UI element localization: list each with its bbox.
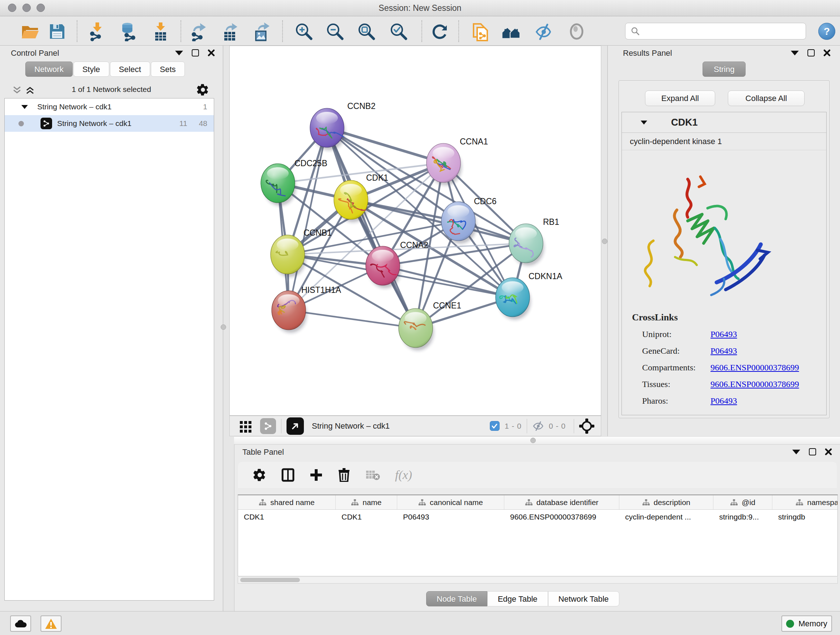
- crosslink-link[interactable]: P06493: [711, 329, 737, 339]
- column-header--id[interactable]: @id: [714, 495, 772, 509]
- network-node-CDC6[interactable]: CDC6: [441, 196, 497, 244]
- column-header-database-identifier[interactable]: database identifier: [504, 495, 619, 509]
- splitter-handle[interactable]: [221, 325, 226, 330]
- table-cell[interactable]: P06493: [397, 513, 504, 521]
- network-node-HIST1H1A[interactable]: HIST1H1A: [272, 285, 341, 333]
- save-session-button[interactable]: [47, 21, 67, 42]
- close-panel-icon[interactable]: [825, 448, 832, 455]
- hidden-eye-icon: [532, 421, 545, 431]
- network-row[interactable]: String Network – cdk1 11 48: [5, 115, 214, 132]
- column-header-description[interactable]: description: [619, 495, 714, 509]
- cloud-status-button[interactable]: [10, 616, 31, 632]
- float-panel-icon[interactable]: [175, 51, 183, 55]
- tab-network[interactable]: Network: [25, 62, 73, 77]
- zoom-in-button[interactable]: [294, 21, 314, 42]
- network-node-CDKN1A[interactable]: CDKN1A: [496, 272, 562, 320]
- network-node-CCNE1[interactable]: CCNE1: [399, 301, 461, 350]
- tab-sets[interactable]: Sets: [151, 62, 185, 77]
- show-columns-button[interactable]: [281, 468, 294, 482]
- undock-panel-icon[interactable]: [809, 448, 816, 455]
- tab-style[interactable]: Style: [73, 62, 109, 77]
- splitter-handle[interactable]: [531, 438, 536, 443]
- crosslink-link[interactable]: 9606.ENSP00000378699: [711, 379, 799, 389]
- column-header-name[interactable]: name: [336, 495, 397, 509]
- crosslink-link[interactable]: 9606.ENSP00000378699: [711, 363, 799, 372]
- table-cell[interactable]: cyclin-dependent ...: [619, 513, 714, 521]
- function-builder-button-disabled[interactable]: f(x): [395, 468, 412, 482]
- network-canvas[interactable]: CCNB2CCNA1CDC25BCDK1CDC6RB1CCNB1CCNA2CDK…: [229, 46, 601, 416]
- selected-checkbox-icon[interactable]: [490, 421, 500, 431]
- undock-panel-icon[interactable]: [192, 49, 199, 57]
- network-edge-CCNB2-HIST1H1A[interactable]: [289, 128, 327, 310]
- export-image-button[interactable]: [252, 21, 272, 42]
- search-input[interactable]: [644, 27, 806, 36]
- table-cell[interactable]: CDK1: [336, 513, 397, 521]
- section-collapse-icon[interactable]: [641, 120, 647, 125]
- show-all-button[interactable]: [567, 21, 587, 42]
- network-view-toolbar: String Network – cdk1 1 - 0 0 - 0: [229, 416, 601, 436]
- undock-panel-icon[interactable]: [807, 49, 815, 57]
- network-overview-button[interactable]: [501, 21, 521, 42]
- table-cell[interactable]: stringdb: [772, 513, 838, 521]
- fit-selected-crosshair-icon[interactable]: [579, 418, 594, 434]
- network-share-view-icon[interactable]: [260, 418, 276, 434]
- splitter-handle[interactable]: [602, 239, 607, 244]
- gene-section-header[interactable]: CDK1: [622, 112, 826, 133]
- expand-all-button[interactable]: Expand All: [645, 90, 715, 106]
- float-panel-icon[interactable]: [792, 450, 800, 454]
- tab-edge-table[interactable]: Edge Table: [487, 591, 548, 606]
- network-edge-CCNB2-CCNE1[interactable]: [327, 128, 416, 328]
- open-file-button[interactable]: [20, 21, 40, 42]
- column-header-canonical-name[interactable]: canonical name: [397, 495, 504, 509]
- zoom-fit-button[interactable]: [356, 21, 377, 42]
- add-column-button[interactable]: [309, 469, 323, 481]
- memory-button[interactable]: Memory: [782, 616, 832, 632]
- float-panel-icon[interactable]: [791, 51, 799, 55]
- column-header-namespace[interactable]: namespace: [772, 495, 838, 509]
- import-network-file-button[interactable]: [87, 21, 107, 42]
- network-edge-HIST1H1A-CCNE1[interactable]: [289, 310, 416, 328]
- scrollbar-thumb[interactable]: [240, 578, 300, 582]
- import-network-from-database-button[interactable]: [118, 21, 139, 42]
- tab-select[interactable]: Select: [110, 62, 150, 77]
- network-node-CCNA1[interactable]: CCNA1: [426, 137, 488, 185]
- tab-network-table[interactable]: Network Table: [548, 591, 619, 606]
- gear-icon[interactable]: [197, 84, 209, 96]
- selected-count: 1 - 0: [505, 422, 522, 431]
- tab-node-table[interactable]: Node Table: [426, 591, 487, 606]
- search-field[interactable]: [625, 23, 806, 40]
- collection-expand-icon[interactable]: [21, 105, 28, 109]
- tab-string[interactable]: String: [703, 62, 745, 77]
- refresh-view-button[interactable]: [430, 21, 450, 42]
- delete-column-button[interactable]: [338, 468, 350, 482]
- hide-selected-button[interactable]: [533, 21, 554, 42]
- table-gear-button[interactable]: [253, 469, 266, 481]
- zoom-selected-button[interactable]: [388, 21, 409, 42]
- crosslink-link[interactable]: P06493: [711, 396, 737, 406]
- table-cell[interactable]: stringdb:9...: [714, 513, 772, 521]
- export-table-button[interactable]: [220, 21, 240, 42]
- help-button[interactable]: ?: [818, 23, 835, 40]
- column-header-shared-name[interactable]: shared name: [238, 495, 336, 509]
- delete-table-button-disabled[interactable]: [365, 469, 380, 481]
- collapse-all-button[interactable]: Collapse All: [728, 90, 805, 106]
- import-table-button[interactable]: [150, 21, 171, 42]
- export-network-button[interactable]: [188, 21, 209, 42]
- table-cell[interactable]: CDK1: [238, 513, 336, 521]
- table-row[interactable]: CDK1CDK1P064939606.ENSP00000378699cyclin…: [238, 510, 838, 524]
- table-cell[interactable]: 9606.ENSP00000378699: [504, 513, 619, 521]
- warnings-button[interactable]: [41, 616, 62, 632]
- detach-view-icon[interactable]: [286, 417, 304, 435]
- network-node-CDK1[interactable]: CDK1: [334, 173, 388, 222]
- crosslink-link[interactable]: P06493: [711, 346, 737, 356]
- close-panel-icon[interactable]: [208, 49, 215, 57]
- zoom-out-button[interactable]: [325, 21, 345, 42]
- network-graph[interactable]: CCNB2CCNA1CDC25BCDK1CDC6RB1CCNB1CCNA2CDK…: [230, 46, 601, 415]
- network-collection-row[interactable]: String Network – cdk1 1: [5, 98, 214, 115]
- network-node-RB1[interactable]: RB1: [509, 217, 559, 266]
- table-horizontal-scrollbar[interactable]: [238, 577, 838, 584]
- clone-network-button[interactable]: [470, 21, 491, 42]
- horizontal-splitter[interactable]: [234, 436, 840, 445]
- close-panel-icon[interactable]: [823, 49, 831, 57]
- grid-view-icon[interactable]: [239, 420, 252, 432]
